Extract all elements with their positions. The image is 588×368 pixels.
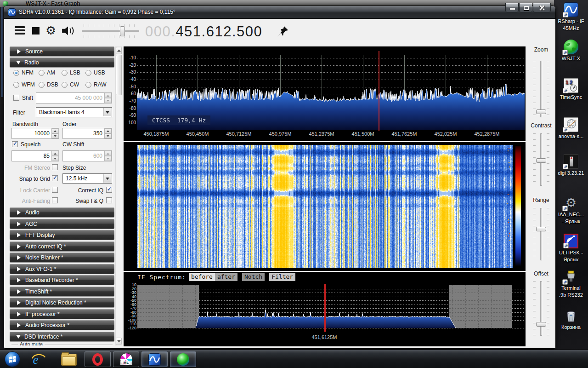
- zoom-slider-thumb[interactable]: [536, 109, 546, 114]
- range-slider-thumb[interactable]: [536, 227, 546, 231]
- panel-header-timeshift[interactable]: TimeShift *: [10, 287, 114, 296]
- if-before-button[interactable]: before: [189, 273, 215, 281]
- contrast-slider[interactable]: [527, 133, 555, 186]
- shift-checkbox[interactable]: [13, 95, 19, 101]
- desktop-icon-digi[interactable]: digi 3.23.21: [554, 154, 588, 177]
- snap-to-grid-checkbox[interactable]: [52, 175, 58, 181]
- offset-slider[interactable]: [527, 281, 555, 336]
- taskbar-sdrsharp-button[interactable]: [141, 351, 168, 367]
- desktop-icon-terminal[interactable]: Terminal .9b RS232: [554, 269, 588, 299]
- mode-radio-cw[interactable]: CW: [62, 81, 79, 88]
- menu-button[interactable]: [15, 26, 25, 35]
- if-center-line[interactable]: [324, 284, 326, 332]
- sidebar-scrollbar[interactable]: [115, 46, 122, 345]
- taskbar-ie-button[interactable]: e: [31, 352, 46, 367]
- desktop-icon-timesync[interactable]: 1 2 TimeSync: [554, 78, 588, 101]
- waterfall-canvas[interactable]: [137, 145, 513, 268]
- shift-value[interactable]: 45 000 000: [36, 93, 104, 103]
- step-size-dropdown[interactable]: 12.5 kHz: [62, 173, 112, 184]
- panel-header-dsd-interface[interactable]: DSD Interface *: [10, 332, 114, 341]
- panel-header-dnr[interactable]: Digital Noise Reduction *: [10, 298, 114, 307]
- close-button[interactable]: [533, 3, 551, 12]
- frequency-leading-zeros[interactable]: 000.: [145, 23, 175, 40]
- spin-down-button[interactable]: [51, 133, 59, 138]
- panel-header-audio-processor[interactable]: Audio Processor *: [10, 320, 114, 330]
- spin-down-button[interactable]: [51, 156, 59, 161]
- desktop-icon-multipsk[interactable]: ULTIPSK - Ярлык: [554, 234, 588, 263]
- order-input[interactable]: 350: [62, 128, 112, 139]
- zoom-slider[interactable]: [527, 61, 555, 117]
- if-after-button[interactable]: after: [215, 273, 237, 281]
- taskbar-multipsk-button[interactable]: ML: [113, 351, 139, 367]
- spin-up-button[interactable]: [51, 151, 59, 156]
- offset-slider-thumb[interactable]: [536, 322, 546, 327]
- panel-header-source[interactable]: Source: [10, 46, 114, 56]
- panel-header-if-processor[interactable]: IF processor *: [10, 309, 114, 319]
- slider-track[interactable]: [540, 208, 542, 260]
- panel-header-aux-vfo[interactable]: Aux VFO-1 *: [10, 264, 114, 274]
- if-spectrum-canvas[interactable]: [137, 284, 524, 332]
- frequency-value[interactable]: 451.612.500: [175, 23, 262, 40]
- scroll-up-button[interactable]: [116, 47, 122, 54]
- slider-track[interactable]: [540, 281, 542, 336]
- if-notch-button[interactable]: Notch: [242, 273, 265, 281]
- scroll-down-button[interactable]: [116, 338, 122, 345]
- scrollbar-thumb[interactable]: [116, 55, 122, 95]
- bandwidth-value[interactable]: 10000: [12, 128, 51, 138]
- volume-track[interactable]: [82, 30, 139, 32]
- spin-up-button[interactable]: [51, 128, 59, 133]
- stop-button[interactable]: [32, 27, 40, 34]
- mode-radio-am[interactable]: AM: [39, 69, 55, 76]
- start-button[interactable]: [4, 351, 21, 368]
- correct-iq-checkbox[interactable]: [106, 187, 112, 193]
- contrast-slider-thumb[interactable]: [536, 158, 546, 163]
- range-slider[interactable]: [527, 208, 555, 260]
- desktop-icon-wsjtx[interactable]: WSJT-X: [554, 40, 588, 62]
- swap-iq-checkbox[interactable]: [106, 197, 112, 203]
- panel-header-baseband-recorder[interactable]: Baseband Recorder *: [10, 275, 114, 285]
- desktop-icon-iaa-nec[interactable]: ⚙ IAA_NEC... - Ярлык: [554, 196, 588, 225]
- panel-header-agc[interactable]: AGC: [10, 219, 114, 229]
- pin-tune-icon[interactable]: [277, 25, 289, 37]
- mode-radio-lsb[interactable]: LSB: [62, 69, 80, 76]
- spin-up-button[interactable]: [104, 151, 112, 156]
- taskbar-explorer-button[interactable]: [61, 354, 77, 366]
- speaker-mute-button[interactable]: [61, 25, 77, 36]
- mode-radio-raw[interactable]: RAW: [85, 81, 107, 88]
- mode-radio-dsb[interactable]: DSB: [39, 81, 58, 88]
- taskbar-wsjtx-button[interactable]: [170, 351, 196, 367]
- mode-radio-usb[interactable]: USB: [85, 69, 105, 76]
- squelch-checkbox[interactable]: [12, 141, 18, 147]
- squelch-value[interactable]: 85: [12, 151, 51, 161]
- cw-shift-input[interactable]: 600: [62, 150, 112, 161]
- cw-shift-value[interactable]: 600: [63, 151, 104, 161]
- minimize-button[interactable]: [505, 3, 519, 12]
- order-value[interactable]: 350: [63, 128, 104, 138]
- fm-stereo-checkbox[interactable]: [52, 164, 58, 170]
- anti-fading-checkbox[interactable]: [52, 197, 58, 203]
- if-filter-button[interactable]: Filter: [269, 273, 295, 281]
- panel-header-fft-display[interactable]: FFT Display: [10, 230, 114, 240]
- filter-dropdown[interactable]: Blackman-Harris 4: [36, 107, 112, 117]
- mode-radio-nfm[interactable]: NFM: [13, 69, 34, 76]
- maximize-button[interactable]: [519, 3, 532, 12]
- spin-down-button[interactable]: [104, 98, 112, 103]
- volume-thumb[interactable]: [120, 26, 125, 36]
- desktop-icon-recycle-bin[interactable]: Корзина: [554, 308, 588, 331]
- taskbar-opera-button[interactable]: [85, 351, 111, 367]
- volume-slider[interactable]: [82, 24, 139, 38]
- panel-header-noise-blanker[interactable]: Noise Blanker *: [10, 253, 114, 262]
- spin-down-button[interactable]: [104, 133, 112, 138]
- bandwidth-input[interactable]: 10000: [11, 128, 59, 139]
- panel-header-radio[interactable]: Radio: [10, 58, 114, 67]
- desktop-icon-sdrsharp[interactable]: RSharp - IF 45MHz: [554, 2, 588, 32]
- spin-up-button[interactable]: [104, 128, 112, 133]
- spin-up-button[interactable]: [104, 93, 112, 98]
- tuning-line[interactable]: [379, 51, 379, 131]
- mode-radio-wfm[interactable]: WFM: [13, 81, 35, 88]
- shift-input[interactable]: 45 000 000: [36, 92, 112, 104]
- panel-header-audio[interactable]: Audio: [10, 207, 114, 217]
- desktop-icon-nanovna[interactable]: anovna-s...: [554, 117, 588, 140]
- spin-down-button[interactable]: [104, 156, 112, 161]
- panel-header-auto-correct-iq[interactable]: Auto correct IQ *: [10, 242, 114, 251]
